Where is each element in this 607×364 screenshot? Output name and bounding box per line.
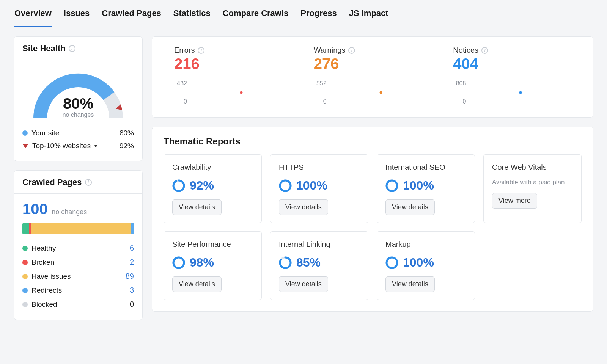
segment-have-issues[interactable] — [31, 223, 131, 234]
view-details-button[interactable]: View details — [172, 276, 222, 292]
spark-dot-icon — [240, 91, 243, 94]
crawled-pages-body: 100 no changes Healthy6Broken2Have issue… — [14, 194, 142, 320]
report-percent: 92% — [190, 179, 214, 193]
crawled-pages-header: Crawled Pages i — [14, 171, 142, 194]
report-site-performance: Site Performance98%View details — [164, 231, 262, 300]
report-percent: 100% — [296, 179, 327, 193]
crawled-row-count: 3 — [130, 286, 134, 295]
dot-icon — [22, 260, 28, 265]
crawled-pages-total: 100 — [22, 201, 48, 218]
progress-ring-icon — [385, 256, 398, 269]
view-details-button[interactable]: View details — [279, 199, 328, 215]
tab-overview[interactable]: Overview — [14, 0, 52, 27]
report-percent: 85% — [296, 256, 321, 270]
issues-row: Errors i 216 432 0 — [164, 46, 582, 105]
crawled-row-count: 0 — [130, 300, 134, 309]
info-icon[interactable]: i — [69, 45, 75, 52]
info-icon[interactable]: i — [85, 179, 92, 186]
svg-point-8 — [173, 257, 184, 268]
report-metric: 98% — [172, 256, 253, 270]
issue-label: Notices — [453, 46, 478, 55]
crawled-row-broken[interactable]: Broken2 — [22, 255, 134, 269]
crawled-row-label: Redirects — [31, 286, 62, 295]
crawled-row-have-issues[interactable]: Have issues89 — [22, 269, 134, 283]
view-details-button[interactable]: View details — [385, 276, 435, 292]
site-health-legend: Your site 80% Top-10% websites ▾ 92% — [22, 127, 134, 152]
legend-top10[interactable]: Top-10% websites ▾ 92% — [22, 140, 134, 152]
svg-point-10 — [280, 257, 291, 268]
view-details-button[interactable]: View details — [279, 276, 328, 292]
crawled-row-label: Broken — [31, 258, 54, 267]
progress-ring-icon — [279, 256, 292, 269]
dot-icon — [22, 130, 28, 136]
site-health-subtext: no changes — [29, 111, 127, 118]
report-percent: 100% — [403, 256, 434, 270]
info-icon[interactable]: i — [348, 47, 355, 54]
main-content: Site Health i 80% no changes — [0, 27, 607, 335]
issue-label: Errors — [174, 46, 195, 55]
spark-zero: 0 — [462, 98, 466, 105]
crawled-row-count: 6 — [130, 244, 134, 253]
report-core-web-vitals: Core Web VitalsAvailable with a paid pla… — [483, 154, 582, 223]
crawled-row-count: 89 — [126, 272, 134, 281]
spark-max: 808 — [456, 80, 466, 87]
legend-value: 80% — [120, 129, 134, 137]
report-intl-seo: International SEO100%View details — [377, 154, 475, 223]
tab-js-impact[interactable]: JS Impact — [348, 0, 389, 27]
legend-your-site: Your site 80% — [22, 127, 134, 140]
info-icon[interactable]: i — [198, 47, 204, 54]
report-metric: 100% — [385, 256, 466, 270]
spark-dot-icon — [380, 91, 382, 94]
tab-progress[interactable]: Progress — [300, 0, 337, 27]
crawled-row-blocked[interactable]: Blocked0 — [22, 297, 134, 311]
crawled-row-healthy[interactable]: Healthy6 — [22, 241, 134, 255]
issue-warnings[interactable]: Warnings i 276 552 0 — [303, 46, 442, 105]
crawled-pages-card: Crawled Pages i 100 no changes Healthy6B… — [14, 170, 143, 320]
report-percent: 100% — [403, 179, 434, 193]
crawled-pages-breakdown: Healthy6Broken2Have issues89Redirects3Bl… — [22, 241, 134, 311]
view-more-button[interactable]: View more — [492, 193, 537, 209]
crawled-row-label: Have issues — [31, 272, 71, 281]
view-details-button[interactable]: View details — [172, 199, 222, 215]
issue-notices[interactable]: Notices i 404 808 0 — [442, 46, 582, 105]
spark-max: 552 — [316, 80, 327, 87]
svg-point-12 — [387, 257, 397, 268]
site-health-card: Site Health i 80% no changes — [14, 36, 143, 161]
info-icon[interactable]: i — [481, 47, 488, 54]
legend-label: Top-10% websites — [32, 142, 91, 150]
issue-spark: 552 0 — [314, 80, 432, 105]
crawled-pages-bar — [22, 223, 134, 234]
report-title: Crawlability — [172, 163, 253, 172]
legend-label: Your site — [31, 129, 59, 137]
tab-statistics[interactable]: Statistics — [173, 0, 211, 27]
site-health-gauge: 80% no changes — [22, 67, 134, 116]
issue-value: 404 — [453, 55, 571, 72]
report-markup: Markup100%View details — [377, 231, 475, 300]
progress-ring-icon — [172, 179, 185, 192]
crawled-row-redirects[interactable]: Redirects3 — [22, 283, 134, 297]
report-title: HTTPS — [279, 163, 360, 172]
progress-ring-icon — [385, 179, 398, 192]
report-title: Markup — [385, 240, 466, 249]
dot-icon — [22, 302, 28, 307]
tab-compare-crawls[interactable]: Compare Crawls — [222, 0, 289, 27]
issue-label: Warnings — [314, 46, 346, 55]
crawled-pages-title: Crawled Pages — [22, 177, 82, 187]
report-metric: 85% — [279, 256, 360, 270]
report-desc: Available with a paid plan — [492, 179, 573, 186]
view-details-button[interactable]: View details — [385, 199, 435, 215]
issue-errors[interactable]: Errors i 216 432 0 — [164, 46, 303, 105]
triangle-down-icon — [22, 144, 28, 148]
right-column: Errors i 216 432 0 — [152, 36, 593, 312]
segment-healthy[interactable] — [22, 223, 29, 234]
site-health-header: Site Health i — [14, 37, 142, 60]
progress-ring-icon — [172, 256, 185, 269]
tab-issues[interactable]: Issues — [63, 0, 91, 27]
crawled-row-label: Healthy — [31, 244, 56, 253]
tab-crawled-pages[interactable]: Crawled Pages — [101, 0, 162, 27]
spark-zero: 0 — [184, 98, 187, 105]
spark-dot-icon — [519, 91, 522, 94]
dot-icon — [22, 246, 28, 251]
report-internal-linking: Internal Linking85%View details — [270, 231, 368, 300]
segment-redirects[interactable] — [131, 223, 134, 234]
